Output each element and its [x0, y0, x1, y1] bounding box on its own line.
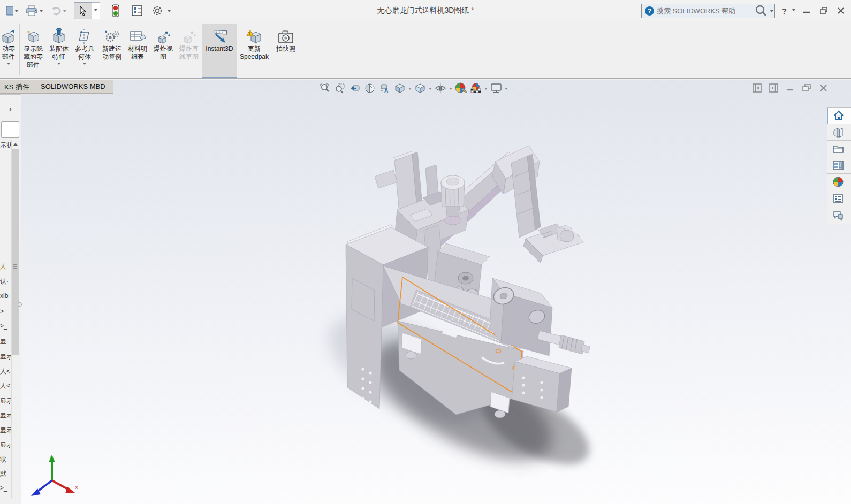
options-gear-icon[interactable]: [150, 2, 164, 19]
tree-item[interactable]: 显示: [0, 352, 11, 361]
display-style-dropdown[interactable]: [429, 88, 432, 91]
search-input[interactable]: [657, 7, 752, 15]
view-settings-icon[interactable]: [490, 82, 503, 95]
tab-solidworks-resources[interactable]: [827, 108, 851, 124]
explode-line-sketch-button: 爆炸直 线草图: [176, 24, 202, 62]
tab-file-explorer[interactable]: [827, 141, 851, 157]
appearances-ball-icon: [832, 176, 844, 188]
previous-view-icon[interactable]: [348, 82, 361, 95]
instant3d-button[interactable]: Instant3D: [202, 24, 237, 78]
exploded-view-button[interactable]: 爆炸视 图: [150, 24, 176, 62]
tab-solidworks-forum[interactable]: [827, 207, 851, 224]
pane-left-icon[interactable]: [752, 83, 762, 93]
select-tool-button[interactable]: [74, 2, 92, 19]
doc-restore-icon[interactable]: [802, 83, 811, 93]
tree-item[interactable]: 人<: [0, 367, 11, 376]
help-dropdown[interactable]: [792, 9, 795, 13]
exploded-view-icon: [155, 26, 171, 45]
assembly-features-button[interactable]: 装配体 特征: [46, 24, 72, 67]
edit-appearance-icon[interactable]: [454, 82, 467, 95]
tree-item[interactable]: 显示: [0, 411, 11, 420]
tab-view-palette[interactable]: [827, 157, 851, 174]
tree-item[interactable]: >_: [0, 484, 11, 492]
hide-show-items-icon[interactable]: [434, 82, 447, 95]
minimize-button[interactable]: [801, 5, 812, 17]
assembly-features-dropdown[interactable]: [57, 63, 60, 66]
orientation-triad: Y X: [31, 455, 78, 496]
tree-item[interactable]: 显:: [0, 337, 11, 346]
save-icon[interactable]: [0, 2, 14, 19]
move-component-dropdown[interactable]: [7, 63, 10, 66]
svg-text:A: A: [384, 88, 388, 94]
tree-item[interactable]: 显示: [0, 440, 11, 449]
move-component-button[interactable]: 动零 部件: [0, 24, 19, 67]
panel-splitter-handle[interactable]: [18, 302, 22, 307]
featuremanager-panel: › 示状 人_ 认· xib >_ >_ 显: 显示 人< 人< 显示 显示 显…: [0, 94, 21, 504]
tree-item[interactable]: 人_: [0, 262, 11, 271]
tree-item[interactable]: 显示: [0, 426, 11, 435]
panel-scrollbar[interactable]: [11, 140, 19, 499]
save-dropdown[interactable]: [15, 10, 18, 14]
print-icon[interactable]: [25, 2, 39, 19]
search-dropdown[interactable]: [770, 10, 773, 14]
tree-item[interactable]: 示状: [0, 141, 11, 150]
tree-item[interactable]: >_: [0, 308, 11, 315]
panel-expand-chevron[interactable]: ›: [9, 104, 12, 113]
update-speedpak-button[interactable]: ! 更新 Speedpak: [237, 24, 271, 62]
restore-button[interactable]: [818, 5, 830, 17]
home-icon: [833, 110, 845, 121]
section-view-icon[interactable]: [363, 82, 376, 95]
tree-item[interactable]: 默: [0, 469, 11, 478]
view-settings-dropdown[interactable]: [505, 88, 508, 91]
assembly-features-icon: [51, 26, 67, 45]
pane-right-icon[interactable]: [769, 83, 778, 93]
select-tool-dropdown[interactable]: [92, 2, 100, 19]
dynamic-annotation-views-icon[interactable]: A: [378, 82, 391, 95]
task-pane-tabs: [827, 107, 851, 224]
tab-appearances-scenes[interactable]: [827, 174, 851, 190]
tree-item[interactable]: >_: [0, 322, 11, 330]
zoom-to-fit-icon[interactable]: [318, 82, 331, 95]
doc-close-icon[interactable]: [818, 83, 828, 93]
apply-scene-icon[interactable]: [469, 82, 482, 95]
tab-addins[interactable]: KS 插件: [0, 80, 36, 93]
tab-design-library[interactable]: [827, 124, 851, 141]
panel-filter-box[interactable]: [1, 121, 19, 138]
hide-show-items-dropdown[interactable]: [449, 88, 452, 91]
explode-line-sketch-icon: [181, 26, 197, 45]
display-style-icon[interactable]: [414, 82, 427, 95]
svg-text:!: !: [249, 30, 250, 36]
zoom-to-area-icon[interactable]: [333, 82, 346, 95]
close-button[interactable]: [835, 5, 847, 17]
doc-minimize-icon[interactable]: [785, 83, 795, 93]
reference-geometry-dropdown[interactable]: [83, 63, 86, 66]
tree-item[interactable]: 认·: [0, 277, 11, 286]
report-options-icon[interactable]: [130, 2, 144, 19]
options-dropdown[interactable]: [168, 10, 171, 14]
interference-check-icon[interactable]: [109, 2, 123, 19]
tree-item[interactable]: 人<: [0, 381, 11, 391]
view-palette-icon: [832, 159, 844, 171]
search-icon[interactable]: [754, 4, 768, 18]
tab-custom-properties[interactable]: [827, 190, 851, 207]
view-orientation-icon[interactable]: [393, 82, 406, 95]
new-motion-study-button[interactable]: 新建运 动算例: [99, 24, 125, 62]
take-snapshot-button[interactable]: 拍快照: [273, 24, 299, 54]
scrollbar-thumb[interactable]: [12, 149, 19, 355]
print-dropdown[interactable]: [40, 10, 43, 14]
bill-of-materials-button[interactable]: 材料明 细表: [125, 24, 150, 62]
tree-item[interactable]: 显示: [0, 396, 11, 406]
search-box[interactable]: ?: [641, 4, 775, 18]
undo-dropdown: [63, 10, 66, 14]
books-icon: [832, 126, 844, 138]
tab-solidworks-mbd[interactable]: SOLIDWORKS MBD: [36, 80, 112, 93]
tree-item[interactable]: 状: [0, 455, 11, 464]
reference-geometry-icon: [77, 26, 93, 45]
tree-item[interactable]: xib: [0, 292, 11, 300]
apply-scene-dropdown[interactable]: [484, 88, 488, 91]
show-hidden-components-button[interactable]: 显示隐 藏的零 部件: [20, 24, 46, 70]
reference-geometry-button[interactable]: 参考几 何体: [72, 24, 97, 67]
help-menu[interactable]: ?: [782, 6, 787, 16]
view-orientation-dropdown[interactable]: [408, 88, 412, 91]
scrollbar-up-icon[interactable]: [12, 140, 19, 148]
